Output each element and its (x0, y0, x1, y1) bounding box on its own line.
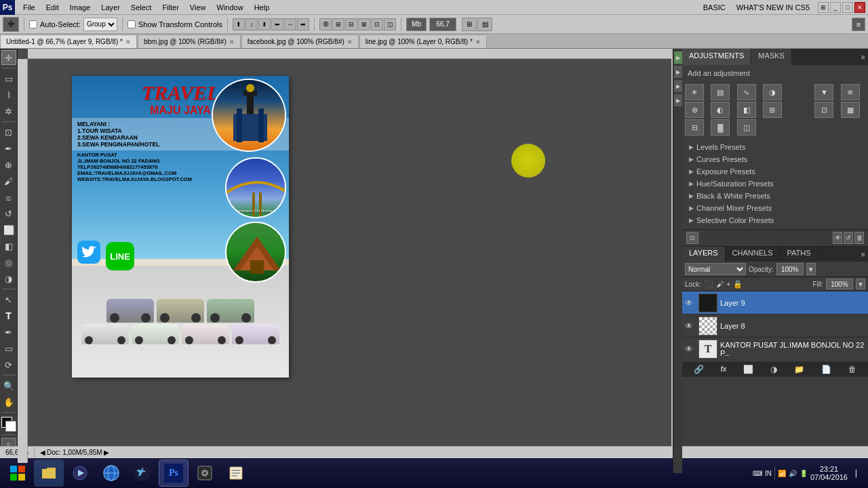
gradient-tool-icon[interactable]: ◧ (1, 239, 16, 253)
auto-select-check[interactable] (29, 20, 37, 28)
menu-edit[interactable]: Edit (41, 2, 64, 13)
align-right-btn[interactable]: ➡ (297, 18, 309, 30)
adj-posterize-icon[interactable]: ▦ (841, 102, 860, 118)
preset-channelmix[interactable]: ▶ Channel Mixer Presets (685, 202, 865, 214)
adj-clip-icon[interactable]: ⊡ (686, 232, 698, 244)
arrange-icon[interactable]: ⊞ (818, 2, 829, 13)
tab-masks[interactable]: MASKS (751, 49, 792, 65)
tab-adjustments[interactable]: ADJUSTMENTS (682, 49, 751, 65)
layer-9-visibility[interactable]: 👁 (685, 298, 696, 308)
start-button[interactable] (3, 460, 33, 487)
panel-toggle[interactable]: ≡ (852, 18, 865, 31)
tab-close-facebook[interactable]: ✕ (347, 39, 353, 45)
crop-tool-icon[interactable]: ⊡ (1, 125, 16, 140)
zoom-selector[interactable]: 66,7 (429, 18, 456, 31)
layer-row-text[interactable]: 👁 T KANTOR PUSAT JL.IMAM BONJOL NO 22 P.… (682, 338, 868, 361)
hand-tool-icon[interactable]: ✋ (1, 394, 16, 409)
tab-facebook[interactable]: facebook.jpg @ 100% (RGB/8#) ✕ (241, 35, 359, 48)
adj-bw-icon[interactable]: ◐ (711, 102, 730, 118)
opacity-input[interactable] (776, 263, 804, 275)
show-transform-check[interactable] (127, 20, 136, 28)
media-btn[interactable] (190, 460, 220, 487)
fill-input[interactable] (826, 279, 853, 289)
lock-all-icon[interactable]: 🔒 (733, 280, 743, 289)
layer-text-visibility[interactable]: 👁 (685, 344, 696, 354)
tray-lang-icon[interactable]: IN (765, 470, 772, 477)
adj-panel-menu[interactable]: ≡ (859, 49, 868, 65)
lock-position-icon[interactable]: + (726, 280, 730, 288)
layer-new-btn[interactable]: 📄 (821, 365, 831, 374)
align-center-h-btn[interactable]: ↔ (284, 18, 296, 30)
photoshop-taskbar-btn[interactable]: Ps (159, 460, 189, 487)
adj-brightness-icon[interactable]: ☀ (685, 84, 704, 100)
adj-gradient-icon[interactable]: ▓ (711, 119, 730, 136)
layer-row-8[interactable]: 👁 Layer 8 (682, 314, 868, 338)
tray-battery-icon[interactable]: 🔋 (800, 470, 808, 477)
preset-bw[interactable]: ▶ Black & White Presets (685, 190, 865, 202)
fill-stepper[interactable]: ▼ (856, 279, 865, 289)
view-mode-1[interactable]: ⊞ (462, 18, 477, 31)
distribute-btn-3[interactable]: ⊟ (345, 18, 357, 30)
layers-panel-menu[interactable]: ≡ (859, 247, 868, 262)
adj-delete-icon[interactable]: 🗑 (854, 232, 864, 244)
status-prev-btn[interactable]: ◀ (40, 449, 45, 456)
tab-channels[interactable]: CHANNELS (726, 247, 781, 262)
blend-mode-select[interactable]: Normal (685, 263, 746, 275)
distribute-btn-1[interactable]: ⦿ (319, 18, 332, 30)
eraser-tool-icon[interactable]: ⬜ (1, 222, 16, 237)
tab-untitled[interactable]: Untitled-1 @ 66,7% (Layer 9, RGB/8) * ✕ (0, 35, 137, 48)
tab-paths[interactable]: PATHS (781, 247, 818, 262)
text-tool-icon[interactable]: T (1, 308, 16, 323)
auto-select-dropdown[interactable]: Group (83, 18, 117, 31)
lock-image-icon[interactable]: 🖌 (716, 280, 724, 288)
tray-show-desktop[interactable]: ▏ (856, 470, 861, 477)
menu-layer[interactable]: Layer (96, 2, 125, 13)
preset-selectivecolor[interactable]: ▶ Selective Color Presets (685, 214, 865, 226)
workspace-basic[interactable]: BASIC (698, 3, 731, 12)
preset-exposure[interactable]: ▶ Exposure Presets (685, 165, 865, 178)
blur-tool-icon[interactable]: ◎ (1, 255, 16, 270)
layer-folder-btn[interactable]: 📁 (794, 365, 804, 374)
lasso-tool-icon[interactable]: ⌇ (1, 87, 16, 102)
preset-huesat[interactable]: ▶ Hue/Saturation Presets (685, 178, 865, 190)
layer-delete-btn[interactable]: 🗑 (848, 365, 856, 374)
menu-view[interactable]: View (184, 2, 212, 13)
3d-rotate-icon[interactable]: ⟳ (1, 357, 16, 372)
clone-stamp-icon[interactable]: ⎄ (1, 190, 16, 205)
move-tool-icon[interactable]: ✛ (1, 50, 16, 65)
panel-edge-icon-1[interactable]: ▶ (674, 52, 682, 64)
panel-edge-icon-4[interactable]: ▶ (674, 94, 682, 106)
layer-link-btn[interactable]: 🔗 (694, 365, 704, 374)
adj-invert-icon[interactable]: ⊡ (814, 102, 833, 118)
layer-adj-btn[interactable]: ◑ (770, 365, 777, 374)
brush-tool-icon[interactable]: 🖌 (1, 174, 16, 188)
menu-image[interactable]: Image (64, 2, 96, 13)
layer-8-visibility[interactable]: 👁 (685, 321, 696, 331)
filemanager-btn[interactable] (34, 460, 64, 487)
align-top-btn[interactable]: ⬆ (233, 18, 245, 30)
tab-bbm[interactable]: bbm.jpg @ 100% (RGB/8#) ✕ (138, 35, 241, 48)
shape-tool-icon[interactable]: ▭ (1, 341, 16, 356)
distribute-btn-5[interactable]: ⊡ (371, 18, 383, 30)
spot-heal-tool-icon[interactable]: ⊕ (1, 157, 16, 172)
tab-layers[interactable]: LAYERS (682, 247, 726, 262)
align-bottom-btn[interactable]: ⬇ (258, 18, 271, 30)
tab-close-untitled[interactable]: ✕ (125, 39, 131, 45)
path-selection-icon[interactable]: ↖ (1, 292, 16, 307)
menu-filter[interactable]: Filter (157, 2, 184, 13)
tray-speaker-icon[interactable]: 🔊 (789, 470, 797, 477)
browser-btn[interactable] (96, 460, 126, 487)
adj-exposure-icon[interactable]: ◑ (763, 84, 782, 100)
status-nav[interactable]: ◀ Doc: 1,00M/5,85M ▶ (40, 449, 109, 456)
adj-eye-icon[interactable]: 👁 (833, 232, 842, 244)
align-left-btn[interactable]: ⬅ (271, 18, 283, 30)
tab-close-line[interactable]: ✕ (475, 39, 481, 45)
marquee-tool-icon[interactable]: ▭ (1, 71, 16, 86)
adj-photofilter-icon[interactable]: ◧ (737, 102, 756, 118)
adj-reset-icon[interactable]: ↺ (844, 232, 853, 244)
restore-btn[interactable]: □ (842, 2, 853, 13)
mode-selector[interactable]: Mb (406, 18, 427, 31)
adj-selectivecolor-icon[interactable]: ◫ (737, 119, 756, 136)
tray-keyboard-icon[interactable]: ⌨ (753, 470, 762, 477)
history-brush-icon[interactable]: ↺ (1, 206, 16, 221)
